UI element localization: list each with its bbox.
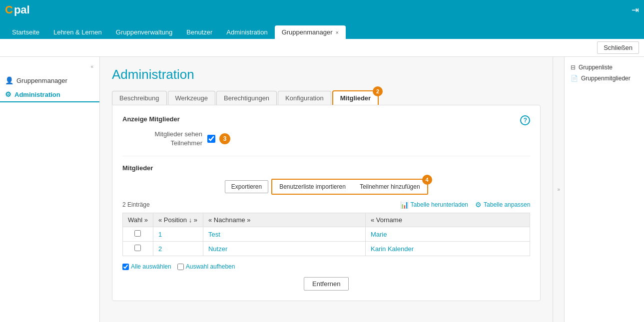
action-bar: Schließen — [0, 39, 644, 57]
bottom-actions: Alle auswählen Auswahl aufheben — [122, 263, 530, 270]
content-collapse-right[interactable]: » — [553, 185, 564, 194]
row1-position-link[interactable]: 1 — [158, 231, 162, 238]
entries-count: 2 Einträge — [122, 201, 150, 208]
administration-icon: ⚙ — [5, 90, 11, 98]
row2-position: 2 — [153, 242, 203, 256]
entfernen-button[interactable]: Entfernen — [304, 277, 349, 291]
row2-nachname: Nutzer — [203, 242, 365, 256]
table-info-bar: 2 Einträge 📊 Tabelle herunterladen ⚙ Tab… — [122, 201, 530, 209]
nav-tab-administration[interactable]: Administration — [219, 25, 274, 39]
row2-nachname-link[interactable]: Nutzer — [208, 245, 227, 253]
members-table: Wahl » « Position ↓ » « Nachname » « Vor… — [122, 213, 530, 256]
anzeige-section: Anzeige Mitglieder ? Mitglieder sehenTei… — [122, 115, 530, 156]
tab-berechtigungen[interactable]: Berechtigungen — [216, 91, 277, 105]
row1-vorname-link[interactable]: Marie — [371, 231, 387, 238]
sidebar-item-administration[interactable]: ⚙ Administration — [0, 87, 99, 102]
nav-tab-gruppenmanager-label: Gruppenmanager — [282, 28, 333, 36]
download-icon: 📊 — [400, 201, 409, 209]
mitglieder-sehen-row: Mitglieder sehenTeilnehmer 3 — [122, 130, 530, 148]
hinzufuegen-button[interactable]: Teilnehmer hinzufügen — [354, 181, 426, 193]
row2-checkbox[interactable] — [134, 245, 141, 251]
row1-select — [123, 227, 153, 242]
right-panel-gruppenliste[interactable]: ⊟ Gruppenliste — [570, 62, 639, 73]
sidebar-collapse-left[interactable]: « — [86, 62, 97, 71]
tabelle-herunterladen-link[interactable]: 📊 Tabelle herunterladen — [400, 201, 468, 209]
sub-tabs: Beschreibung Werkzeuge Berechtigungen Ko… — [112, 90, 541, 105]
mitglieder-section-title: Mitglieder — [122, 164, 530, 172]
gear-icon: ⚙ — [475, 201, 482, 209]
tabelle-anpassen-label: Tabelle anpassen — [484, 201, 530, 208]
col-wahl[interactable]: Wahl » — [123, 213, 153, 227]
tab-mitglieder[interactable]: Mitglieder 2 — [332, 90, 379, 105]
row1-checkbox[interactable] — [134, 230, 141, 237]
gruppenmanager-icon: 👤 — [5, 76, 13, 84]
anzeige-section-title: Anzeige Mitglieder — [122, 115, 530, 123]
logout-icon[interactable]: ⇥ — [632, 4, 639, 15]
right-panel: ⊟ Gruppenliste 📄 Gruppenmitglieder — [564, 57, 644, 322]
row2-position-link[interactable]: 2 — [158, 245, 162, 253]
tab-content: Anzeige Mitglieder ? Mitglieder sehenTei… — [112, 105, 541, 301]
row1-position: 1 — [153, 227, 203, 242]
gruppenmitglieder-icon: 📄 — [571, 75, 578, 82]
tab-beschreibung[interactable]: Beschreibung — [112, 91, 167, 105]
sidebar-item-gruppenmanager[interactable]: 👤 Gruppenmanager — [0, 73, 99, 87]
logo-rest: pal — [14, 3, 30, 16]
actions-badge: 4 — [422, 175, 432, 185]
right-panel-gruppenmitglieder[interactable]: 📄 Gruppenmitglieder — [570, 73, 639, 84]
nav-tab-benutzer[interactable]: Benutzer — [179, 25, 219, 39]
schliessen-button[interactable]: Schließen — [597, 41, 639, 54]
col-nachname[interactable]: « Nachname » — [203, 213, 365, 227]
help-icon[interactable]: ? — [520, 115, 530, 125]
row2-vorname-link[interactable]: Karin Kalender — [371, 245, 414, 253]
sidebar-item-administration-label: Administration — [14, 91, 60, 98]
mitglieder-sehen-label: Mitglieder sehenTeilnehmer — [122, 130, 202, 148]
gruppenliste-icon: ⊟ — [571, 64, 576, 71]
sidebar-item-gruppenmanager-label: Gruppenmanager — [16, 77, 67, 84]
main-layout: « 👤 Gruppenmanager ⚙ Administration Admi… — [0, 57, 644, 322]
alle-auswaehlen-label[interactable]: Alle auswählen — [122, 263, 171, 270]
nav-tab-startseite[interactable]: Startseite — [5, 25, 46, 39]
col-position[interactable]: « Position ↓ » — [153, 213, 203, 227]
col-vorname[interactable]: « Vorname — [365, 213, 530, 227]
nav-tab-close-icon[interactable]: × — [336, 29, 339, 35]
tab-werkzeuge[interactable]: Werkzeuge — [168, 91, 216, 105]
top-bar: Cpal ⇥ — [0, 0, 644, 20]
sidebar: « 👤 Gruppenmanager ⚙ Administration — [0, 57, 100, 322]
alle-auswaehlen-checkbox[interactable] — [122, 264, 129, 270]
tab-mitglieder-label: Mitglieder — [340, 94, 371, 102]
logo-c: C — [5, 3, 13, 16]
tab-konfiguration[interactable]: Konfiguration — [278, 91, 331, 105]
nav-tab-gruppenmanager-active[interactable]: Gruppenmanager × — [275, 25, 346, 39]
table-row: 1 Test Marie — [123, 227, 530, 242]
alle-auswaehlen-text: Alle auswählen — [131, 263, 171, 270]
anzeige-badge: 3 — [219, 133, 230, 144]
row2-vorname: Karin Kalender — [365, 242, 530, 256]
nav-bar: Startseite Lehren & Lernen Gruppenverwal… — [0, 20, 644, 39]
members-actions: Exportieren Benutzerliste importieren Te… — [122, 179, 530, 195]
auswahl-aufheben-text: Auswahl aufheben — [186, 263, 235, 270]
table-row: 2 Nutzer Karin Kalender — [123, 242, 530, 256]
importieren-button[interactable]: Benutzerliste importieren — [273, 181, 352, 193]
row1-nachname: Test — [203, 227, 365, 242]
import-add-group: Benutzerliste importieren Teilnehmer hin… — [271, 179, 428, 195]
row1-nachname-link[interactable]: Test — [208, 231, 220, 238]
mitglieder-section: Mitglieder Exportieren Benutzerliste imp… — [122, 164, 530, 291]
app-logo: Cpal — [5, 3, 30, 16]
exportieren-button[interactable]: Exportieren — [225, 180, 268, 193]
tabelle-anpassen-link[interactable]: ⚙ Tabelle anpassen — [475, 201, 530, 209]
row1-vorname: Marie — [365, 227, 530, 242]
auswahl-aufheben-checkbox[interactable] — [177, 264, 184, 270]
gruppenmitglieder-label: Gruppenmitglieder — [581, 75, 631, 82]
checkbox-wrap: 3 — [207, 133, 230, 144]
row2-select — [123, 242, 153, 256]
tab-mitglieder-badge: 2 — [373, 86, 383, 96]
gruppenliste-label: Gruppenliste — [579, 64, 613, 71]
nav-tab-lehren[interactable]: Lehren & Lernen — [46, 25, 109, 39]
tabelle-herunterladen-label: Tabelle herunterladen — [411, 201, 468, 208]
page-title: Administration — [112, 67, 541, 82]
content-area: Administration Beschreibung Werkzeuge Be… — [100, 57, 553, 322]
auswahl-aufheben-label[interactable]: Auswahl aufheben — [177, 263, 235, 270]
mitglieder-sehen-checkbox[interactable] — [207, 135, 215, 143]
nav-tab-gruppenverwaltung[interactable]: Gruppenverwaltung — [109, 25, 179, 39]
table-actions: 📊 Tabelle herunterladen ⚙ Tabelle anpass… — [400, 201, 531, 209]
